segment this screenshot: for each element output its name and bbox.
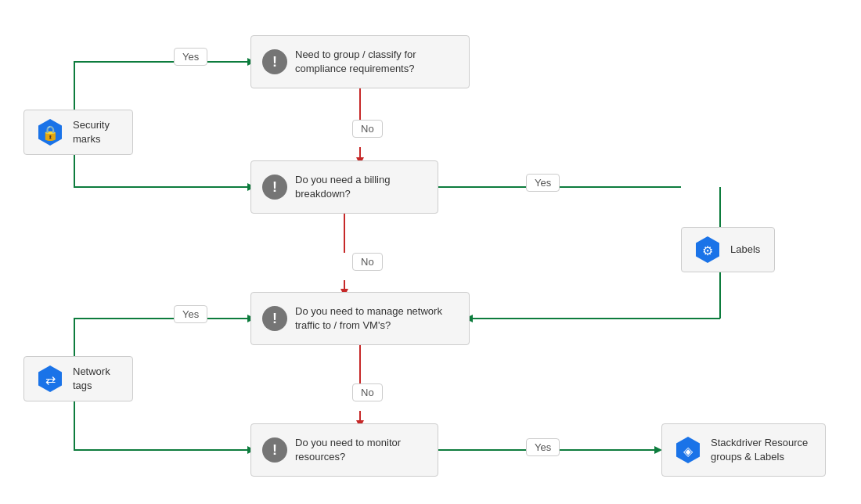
pill-yes4: Yes	[526, 438, 560, 456]
gear-icon: ⚙	[693, 235, 722, 265]
pill-yes2: Yes	[526, 174, 560, 192]
labels-label: Labels	[730, 243, 760, 257]
decision-billing: ! Do you need a billing breakdown?	[250, 160, 438, 214]
stackdriver-label: Stackdriver Resource groups & Labels	[711, 436, 814, 464]
pill-yes1: Yes	[174, 48, 207, 66]
decision-billing-text: Do you need a billing breakdown?	[295, 173, 427, 201]
svg-text:🔒: 🔒	[41, 124, 59, 142]
decision-network-text: Do you need to manage network traffic to…	[295, 304, 458, 333]
pill-no3: No	[352, 383, 383, 401]
decision-compliance: ! Need to group / classify for complianc…	[250, 35, 470, 88]
shield-icon: 🔒	[35, 117, 65, 147]
warn-icon-4: !	[262, 437, 287, 463]
decision-monitor-text: Do you need to monitor resources?	[295, 436, 427, 464]
svg-text:⚙: ⚙	[702, 244, 713, 257]
decision-compliance-text: Need to group / classify for compliance …	[295, 48, 458, 76]
resource-labels: ⚙ Labels	[681, 227, 775, 272]
decision-monitor: ! Do you need to monitor resources?	[250, 423, 438, 477]
flowchart-diagram: ! Need to group / classify for complianc…	[0, 0, 861, 504]
warn-icon-3: !	[262, 306, 287, 331]
warn-icon-1: !	[262, 49, 287, 74]
security-marks-label: Security marks	[73, 118, 121, 146]
pill-yes3: Yes	[174, 305, 207, 323]
svg-text:⇄: ⇄	[45, 373, 56, 387]
cube-icon: ◈	[673, 435, 703, 465]
resource-network-tags: ⇄ Network tags	[23, 356, 133, 401]
svg-text:◈: ◈	[683, 445, 693, 458]
resource-security-marks: 🔒 Security marks	[23, 110, 133, 155]
resource-stackdriver: ◈ Stackdriver Resource groups & Labels	[661, 423, 826, 477]
decision-network: ! Do you need to manage network traffic …	[250, 292, 470, 345]
pill-no1: No	[352, 120, 383, 138]
warn-icon-2: !	[262, 175, 287, 200]
pill-no2: No	[352, 253, 383, 271]
arrows-icon: ⇄	[35, 364, 65, 394]
network-tags-label: Network tags	[73, 365, 121, 393]
